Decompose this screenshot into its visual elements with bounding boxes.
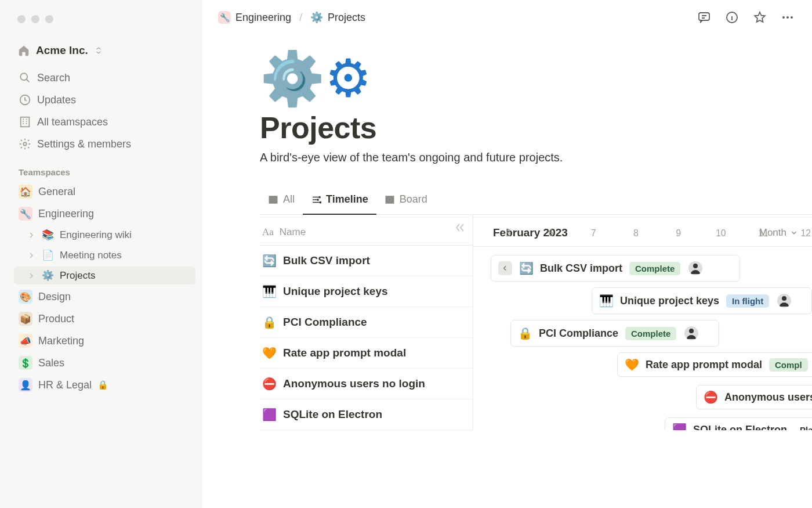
svg-point-12	[320, 201, 321, 203]
home-icon	[17, 44, 30, 57]
window-controls	[17, 15, 195, 23]
svg-point-10	[319, 196, 320, 197]
gantt-bar[interactable]: 🎹Unique project keysIn flight	[592, 287, 812, 314]
task-emoji-icon: 🟪	[262, 408, 276, 421]
traffic-light[interactable]	[17, 15, 26, 23]
gantt-task-name: Bulk CSV import	[540, 262, 622, 275]
palette-icon: 🎨	[19, 290, 32, 304]
svg-point-16	[689, 329, 694, 333]
task-emoji-icon: 🎹	[262, 284, 276, 298]
task-row[interactable]: 🟪SQLite on Electron	[260, 399, 473, 430]
svg-point-6	[782, 16, 785, 19]
avatar	[776, 293, 792, 309]
breadcrumb-current[interactable]: ⚙️ Projects	[308, 9, 368, 26]
gantt-bar[interactable]: 🟪SQLite on ElectronPla	[665, 417, 812, 430]
info-icon[interactable]	[725, 10, 739, 24]
more-icon[interactable]	[781, 10, 795, 24]
teamspace-marketing[interactable]: 📣 Marketing	[14, 331, 195, 351]
task-emoji-icon: 🔒	[518, 326, 532, 340]
gantt-task-name: Rate app prompt modal	[646, 359, 762, 371]
traffic-light[interactable]	[31, 15, 39, 23]
star-icon[interactable]	[753, 10, 767, 24]
gantt-bar[interactable]: 🔒PCI ComplianceComplete	[510, 320, 719, 347]
tab-board[interactable]: Board	[376, 189, 436, 215]
clock-icon	[19, 93, 31, 106]
svg-point-15	[782, 296, 786, 301]
tab-all[interactable]: All	[260, 189, 303, 215]
timeline-gantt: February 2023 Month 56789101112 🔄Bulk CS…	[473, 215, 812, 430]
task-row[interactable]: 🧡Rate app prompt modal	[260, 338, 473, 369]
search-nav[interactable]: Search	[14, 69, 195, 87]
chevron-right-icon	[27, 271, 36, 280]
tab-timeline[interactable]: Timeline	[303, 189, 376, 215]
task-emoji-icon: 🟪	[672, 423, 686, 430]
view-tabs: All Timeline Board	[260, 189, 812, 215]
updates-nav[interactable]: Updates	[14, 91, 195, 109]
nav-label: Search	[37, 72, 70, 84]
teamspace-label: Product	[38, 313, 74, 325]
gantt-bar[interactable]: ⛔Anonymous users no login	[696, 385, 812, 409]
gantt-task-name: Unique project keys	[620, 295, 719, 307]
crumb-label: Projects	[328, 12, 365, 24]
tab-label: Board	[400, 193, 427, 206]
task-name: Anonymous users no login	[283, 377, 425, 390]
wrench-icon: 🔧	[19, 207, 32, 221]
tab-label: All	[283, 193, 295, 206]
status-badge: Pla	[794, 423, 812, 431]
all-teamspaces-nav[interactable]: All teamspaces	[14, 113, 195, 131]
teamspace-product[interactable]: 📦 Product	[14, 309, 195, 329]
day-label: 6	[545, 228, 557, 239]
page-title[interactable]: Projects	[260, 110, 812, 145]
page-icon[interactable]: ⚙️⚙	[260, 52, 812, 105]
page-label: Engineering wiki	[60, 229, 132, 241]
nav-label: Updates	[37, 94, 76, 106]
task-emoji-icon: 🎹	[599, 294, 613, 308]
page-description[interactable]: A bird's-eye view of the team's ongoing …	[260, 151, 812, 164]
avatar	[683, 325, 699, 341]
settings-nav[interactable]: Settings & members	[14, 135, 195, 153]
crumb-label: Engineering	[235, 12, 291, 24]
page-label: Projects	[60, 270, 95, 282]
unfold-icon	[94, 46, 103, 55]
traffic-light[interactable]	[45, 15, 53, 23]
teamspace-label: Sales	[38, 357, 64, 369]
page-meeting-notes[interactable]: 📄 Meeting notes	[14, 246, 195, 264]
sidebar: Acme Inc. Search Updates All teamspaces …	[0, 0, 202, 508]
teamspace-engineering[interactable]: 🔧 Engineering	[14, 204, 195, 224]
collapse-icon[interactable]	[453, 221, 467, 235]
breadcrumb-parent[interactable]: 🔧 Engineering	[216, 9, 293, 26]
building-icon	[19, 116, 31, 128]
gantt-body[interactable]: 🔄Bulk CSV importComplete🎹Unique project …	[473, 247, 812, 261]
gear-icon	[19, 138, 31, 150]
chevron-right-icon	[27, 230, 36, 240]
task-emoji-icon: 🔄	[262, 254, 276, 268]
back-arrow-icon[interactable]	[498, 261, 512, 275]
task-row[interactable]: ⛔Anonymous users no login	[260, 369, 473, 399]
page-engineering-wiki[interactable]: 📚 Engineering wiki	[14, 226, 195, 244]
svg-rect-4	[699, 13, 709, 20]
doc-icon: 📄	[42, 249, 54, 261]
search-icon	[19, 71, 31, 84]
nav-label: Settings & members	[37, 138, 131, 150]
page-projects[interactable]: ⚙️ Projects	[14, 266, 195, 284]
breadcrumb: 🔧 Engineering / ⚙️ Projects	[216, 9, 368, 26]
gantt-bar[interactable]: 🧡Rate app prompt modalCompl	[617, 352, 812, 377]
workspace-switcher[interactable]: Acme Inc.	[14, 41, 195, 60]
task-name: PCI Compliance	[283, 316, 367, 329]
task-row[interactable]: 🔒PCI Compliance	[260, 307, 473, 338]
teamspace-design[interactable]: 🎨 Design	[14, 287, 195, 307]
comments-icon[interactable]	[697, 10, 711, 24]
teamspace-label: Engineering	[38, 208, 94, 220]
teamspace-general[interactable]: 🏠 General	[14, 182, 195, 201]
task-row[interactable]: 🔄Bulk CSV import	[260, 246, 473, 276]
teamspace-label: General	[38, 186, 75, 198]
tab-label: Timeline	[326, 193, 368, 206]
teamspace-sales[interactable]: 💲 Sales	[14, 353, 195, 373]
teamspace-hr-legal[interactable]: 👤 HR & Legal 🔒	[14, 375, 195, 395]
board-icon	[385, 194, 395, 205]
svg-rect-9	[269, 196, 277, 203]
status-badge: Compl	[769, 358, 808, 372]
gantt-bar[interactable]: 🔄Bulk CSV importComplete	[491, 255, 740, 282]
task-row[interactable]: 🎹Unique project keys	[260, 276, 473, 307]
column-header-name[interactable]: Aa Name	[260, 215, 473, 246]
